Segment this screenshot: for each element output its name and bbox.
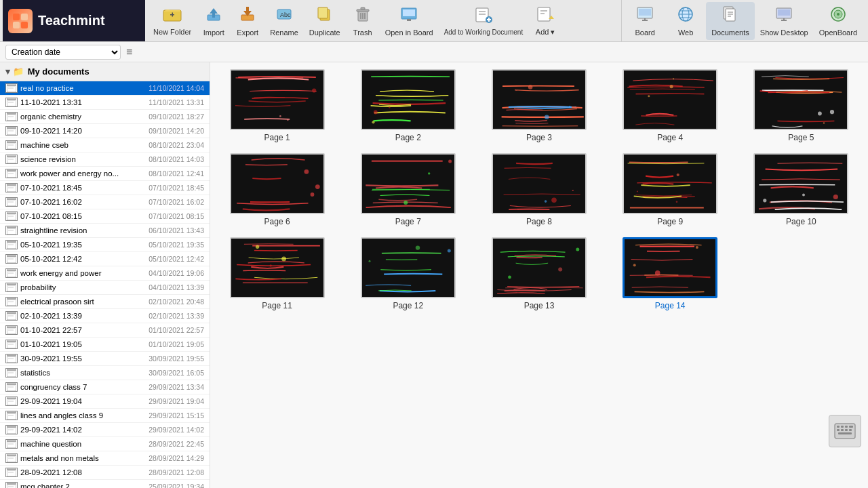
doc-item[interactable]: straightline revision 06/10/2021 13:43 [0,224,210,238]
documents-button[interactable]: Documents [706,2,755,40]
doc-name: electrical prasoon sirt [20,298,146,306]
board-button[interactable]: Board [625,2,665,40]
page-thumbnail[interactable] [492,153,587,214]
svg-point-162 [830,110,834,114]
doc-item[interactable]: 07-10-2021 18:45 07/10/2021 18:45 [0,181,210,195]
page-thumbnail[interactable] [230,237,325,298]
doc-item[interactable]: 29-09-2021 14:02 29/09/2021 14:02 [0,423,210,437]
doc-name: 05-10-2021 19:35 [20,241,146,249]
svg-rect-145 [231,70,325,130]
brand: Teachmint [3,0,145,41]
filter-icon[interactable]: ≡ [126,46,132,58]
page-label: Page 3 [526,133,552,142]
trash-button[interactable]: Trash [346,2,380,40]
page-thumbnail[interactable] [623,69,717,130]
export-label: Export [237,28,258,37]
page-thumbnail[interactable] [492,69,587,130]
page-thumbnail[interactable] [361,69,456,130]
doc-item[interactable]: work power and energy no... 08/10/2021 1… [0,167,210,181]
svg-rect-17 [361,7,365,9]
add-icon [536,5,554,26]
page-thumbnail[interactable] [361,237,456,298]
doc-item[interactable]: science revision 08/10/2021 14:03 [0,152,210,167]
page-thumbnail[interactable] [623,237,717,298]
doc-icon [5,297,18,306]
svg-rect-23 [407,19,411,21]
svg-point-168 [304,169,309,174]
open-in-board-button[interactable]: Open in Board [380,2,439,40]
doc-item[interactable]: congruency class 7 29/09/2021 13:34 [0,380,210,394]
export-button[interactable]: Export [231,2,264,40]
page-thumbnail[interactable] [492,237,587,298]
doc-item[interactable]: machine cseb 08/10/2021 23:04 [0,138,210,152]
doc-icon [5,112,18,121]
show-desktop-button[interactable]: Show Desktop [755,2,814,40]
doc-icon [5,98,18,107]
rename-button[interactable]: Abc Rename [264,2,304,40]
doc-name: organic chemistry [20,113,146,121]
doc-item[interactable]: probability 04/10/2021 13:39 [0,281,210,295]
doc-item[interactable]: 30-09-2021 19:55 30/09/2021 19:55 [0,352,210,366]
doc-item[interactable]: metals and non metals 28/09/2021 14:29 [0,451,210,466]
doc-item[interactable]: 02-10-2021 13:39 02/10/2021 13:39 [0,309,210,323]
svg-rect-197 [625,239,717,298]
doc-name: 02-10-2021 13:39 [20,312,146,320]
doc-item[interactable]: 05-10-2021 19:35 05/10/2021 19:35 [0,238,210,252]
doc-item[interactable]: 29-09-2021 19:04 29/09/2021 19:04 [0,394,210,409]
doc-icon [5,396,18,406]
duplicate-button[interactable]: Duplicate [304,2,346,40]
doc-name: work power and energy no... [20,169,146,178]
add-to-working-icon [475,5,492,27]
new-folder-button[interactable]: New Folder [148,2,197,40]
doc-date: 07/10/2021 18:45 [149,184,204,192]
doc-date: 04/10/2021 19:06 [149,269,204,277]
doc-date: 05/10/2021 12:42 [149,255,204,263]
doc-item[interactable]: lines and angles class 9 29/09/2021 15:1… [0,409,210,423]
doc-item[interactable]: 07-10-2021 16:02 07/10/2021 16:02 [0,195,210,209]
svg-point-178 [637,190,638,192]
svg-rect-204 [845,426,848,428]
doc-item[interactable]: machine question 28/09/2021 22:45 [0,437,210,451]
doc-name: probability [20,283,146,291]
page-thumbnail[interactable] [753,153,848,214]
page-thumbnail[interactable] [230,153,325,214]
main: ▾ 📁 My documents real no practice 11/10/… [0,62,868,488]
page-label: Page 12 [393,301,423,310]
doc-item[interactable]: statistics 30/09/2021 16:05 [0,366,210,380]
page-thumbnail[interactable] [230,69,325,130]
web-label: Web [678,28,693,37]
page-thumbnail[interactable] [361,153,456,214]
doc-item[interactable]: 28-09-2021 12:08 28/09/2021 12:08 [0,466,210,480]
doc-item[interactable]: 01-10-2021 19:05 01/10/2021 19:05 [0,338,210,352]
doc-icon [5,140,18,150]
sort-select[interactable]: Creation date [5,45,121,60]
doc-item[interactable]: 09-10-2021 14:20 09/10/2021 14:20 [0,124,210,138]
doc-item[interactable]: 07-10-2021 08:15 07/10/2021 08:15 [0,209,210,224]
doc-item[interactable]: organic chemistry 09/10/2021 18:27 [0,110,210,124]
doc-item[interactable]: 01-10-2021 22:57 01/10/2021 22:57 [0,323,210,338]
toolbar-actions: New Folder Import Export Abc Rename [145,0,621,41]
doc-date: 09/10/2021 14:20 [149,127,204,135]
toolbar-right: Board Web Documents Show Desktop [621,0,865,41]
page-item: Page 1 [217,69,337,142]
keyboard-button[interactable] [829,415,861,447]
page-thumbnail[interactable] [753,69,848,130]
doc-item[interactable]: electrical prasoon sirt 02/10/2021 20:48 [0,295,210,309]
doc-item[interactable]: 11-10-2021 13:31 11/10/2021 13:31 [0,96,210,110]
openboard-button[interactable]: OpenBoard [814,2,863,40]
web-button[interactable]: Web [665,2,706,40]
doc-item[interactable]: work energy and power 04/10/2021 19:06 [0,266,210,281]
doc-date: 29/09/2021 19:04 [149,397,204,405]
content-area: Page 1 Page 2 Page 3 [210,62,868,488]
import-button[interactable]: Import [197,2,231,40]
page-item: Page 12 [348,237,468,310]
svg-point-155 [528,85,533,89]
add-button[interactable]: Add ▾ [528,2,562,40]
svg-point-182 [802,194,805,197]
doc-item[interactable]: real no practice 11/10/2021 14:04 [0,81,210,96]
doc-item[interactable]: 05-10-2021 12:42 05/10/2021 12:42 [0,252,210,266]
doc-item[interactable]: mcq chapter 2 25/09/2021 19:34 [0,480,210,488]
svg-point-186 [255,245,258,249]
page-thumbnail[interactable] [623,153,717,214]
add-to-working-button[interactable]: Add to Working Document [439,2,529,40]
